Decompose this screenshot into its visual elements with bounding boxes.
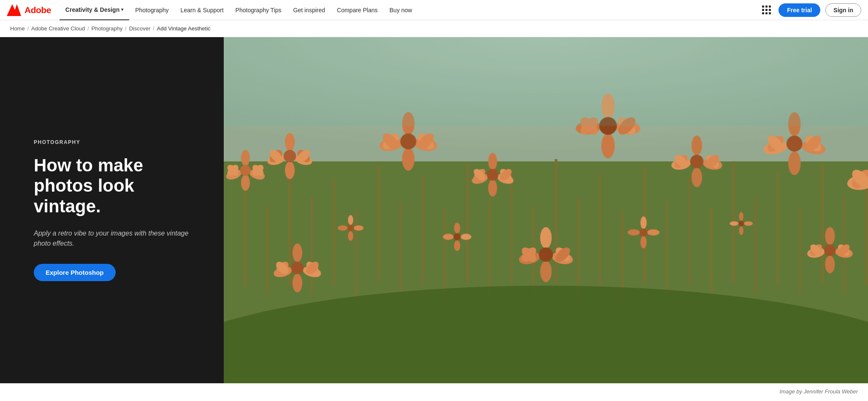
explore-photoshop-button[interactable]: Explore Photoshop [34, 264, 116, 281]
breadcrumb-home[interactable]: Home [10, 25, 25, 32]
nav-get-inspired[interactable]: Get inspired [288, 0, 331, 20]
hero-image [224, 37, 868, 383]
breadcrumb-sep-1: / [27, 26, 29, 32]
nav-compare-plans[interactable]: Compare Plans [331, 0, 384, 20]
svg-rect-153 [224, 37, 868, 126]
hero-section: PHOTOGRAPHY How to make photos look vint… [0, 37, 868, 383]
nav-photography-tips[interactable]: Photography Tips [230, 0, 288, 20]
hero-text-panel: PHOTOGRAPHY How to make photos look vint… [0, 37, 224, 383]
nav-buy-now[interactable]: Buy now [384, 0, 418, 20]
nav-bar: Adobe Creativity & Design ▾ Photography … [0, 0, 868, 20]
brand-name: Adobe [24, 5, 51, 15]
breadcrumb-adobe-creative-cloud[interactable]: Adobe Creative Cloud [31, 25, 85, 32]
hero-eyebrow: PHOTOGRAPHY [34, 139, 190, 145]
breadcrumb-sep-2: / [87, 26, 89, 32]
adobe-logo-link[interactable]: Adobe [7, 4, 51, 16]
hero-title: How to make photos look vintage. [34, 155, 190, 217]
adobe-icon [7, 4, 21, 16]
breadcrumb-sep-3: / [125, 26, 126, 32]
breadcrumb-sep-4: / [153, 26, 154, 32]
nav-items: Creativity & Design ▾ Photography Learn … [60, 0, 760, 20]
nav-photography[interactable]: Photography [129, 0, 174, 20]
chevron-down-icon: ▾ [121, 7, 123, 12]
breadcrumb-current: Add Vintage Aesthetic [157, 25, 211, 32]
hero-subtitle: Apply a retro vibe to your images with t… [34, 228, 190, 249]
free-trial-button[interactable]: Free trial [778, 3, 820, 17]
apps-grid-icon[interactable] [760, 3, 773, 17]
breadcrumb: Home / Adobe Creative Cloud / Photograph… [0, 20, 868, 37]
nav-right: Free trial Sign in [760, 3, 861, 17]
nav-learn-support[interactable]: Learn & Support [175, 0, 230, 20]
hero-image-panel [224, 37, 868, 383]
breadcrumb-discover[interactable]: Discover [129, 25, 151, 32]
sign-in-button[interactable]: Sign in [825, 3, 861, 17]
image-credit: Image by Jennifer Froula Weber [0, 383, 868, 400]
nav-creativity-design[interactable]: Creativity & Design ▾ [60, 0, 129, 20]
breadcrumb-photography[interactable]: Photography [92, 25, 123, 32]
